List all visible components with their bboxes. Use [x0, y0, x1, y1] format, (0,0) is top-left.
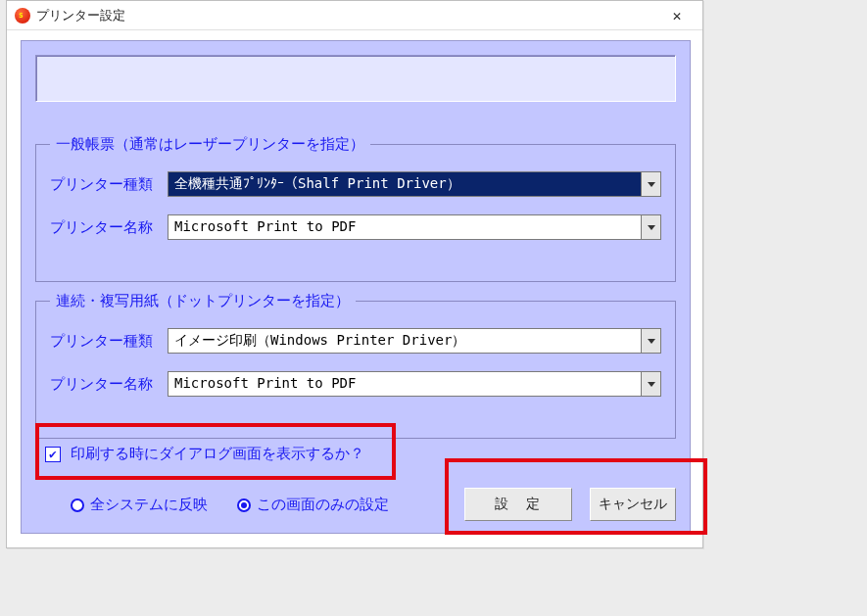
- dropdown-printer-type-2[interactable]: イメージ印刷（Windows Printer Driver）: [168, 328, 661, 354]
- group-continuous-legend: 連続・複写用紙（ドットプリンターを指定）: [50, 292, 356, 310]
- radio-indicator: [71, 498, 84, 512]
- button-label: キャンセル: [599, 496, 667, 513]
- group-continuous-forms: 連続・複写用紙（ドットプリンターを指定） プリンター種類 イメージ印刷（Wind…: [35, 292, 676, 439]
- checkbox-show-dialog[interactable]: ✔: [45, 447, 61, 462]
- dropdown-value: Microsoft Print to PDF: [169, 215, 641, 239]
- radio-indicator: [237, 498, 251, 512]
- row-printer-type-2: プリンター種類 イメージ印刷（Windows Printer Driver）: [50, 328, 661, 354]
- chevron-down-icon[interactable]: [641, 372, 660, 396]
- checkbox-label: 印刷する時にダイアログ画面を表示するか？: [71, 445, 364, 463]
- title-bar: プリンター設定 ✕: [7, 1, 702, 30]
- window-title: プリンター設定: [36, 7, 125, 24]
- label-printer-type-2: プリンター種類: [50, 332, 168, 351]
- label-printer-type-1: プリンター種類: [50, 175, 168, 194]
- check-icon: ✔: [49, 447, 57, 461]
- close-icon: ✕: [672, 7, 681, 24]
- label-printer-name-2: プリンター名称: [50, 375, 168, 394]
- dropdown-value: Microsoft Print to PDF: [169, 372, 641, 396]
- row-printer-name-2: プリンター名称 Microsoft Print to PDF: [50, 371, 661, 397]
- chevron-down-icon[interactable]: [641, 329, 660, 353]
- radio-label-this: この画面のみの設定: [257, 496, 389, 514]
- chevron-down-icon[interactable]: [641, 172, 660, 196]
- label-printer-name-1: プリンター名称: [50, 218, 168, 237]
- app-icon: [15, 8, 30, 24]
- dropdown-value: 全機種共通ﾌﾟﾘﾝﾀｰ（Shalf Print Driver）: [169, 172, 641, 196]
- header-banner: [35, 55, 676, 102]
- radio-this-screen[interactable]: この画面のみの設定: [237, 496, 389, 514]
- row-printer-name-1: プリンター名称 Microsoft Print to PDF: [50, 214, 661, 240]
- cancel-button[interactable]: キャンセル: [590, 488, 676, 521]
- dropdown-printer-name-2[interactable]: Microsoft Print to PDF: [168, 371, 661, 397]
- radio-all-systems[interactable]: 全システムに反映: [71, 496, 208, 514]
- client-area: 一般帳票（通常はレーザープリンターを指定） プリンター種類 全機種共通ﾌﾟﾘﾝﾀ…: [21, 40, 691, 534]
- dropdown-printer-name-1[interactable]: Microsoft Print to PDF: [168, 214, 661, 240]
- radio-label-all: 全システムに反映: [90, 496, 208, 514]
- checkbox-show-dialog-row[interactable]: ✔ 印刷する時にダイアログ画面を表示するか？: [45, 445, 364, 463]
- button-label: 設 定: [495, 496, 542, 513]
- apply-button[interactable]: 設 定: [464, 488, 572, 521]
- close-button[interactable]: ✕: [659, 4, 695, 27]
- chevron-down-icon[interactable]: [641, 215, 660, 239]
- group-general-forms: 一般帳票（通常はレーザープリンターを指定） プリンター種類 全機種共通ﾌﾟﾘﾝﾀ…: [35, 135, 676, 282]
- row-printer-type-1: プリンター種類 全機種共通ﾌﾟﾘﾝﾀｰ（Shalf Print Driver）: [50, 171, 661, 197]
- dropdown-printer-type-1[interactable]: 全機種共通ﾌﾟﾘﾝﾀｰ（Shalf Print Driver）: [168, 171, 661, 197]
- group-general-legend: 一般帳票（通常はレーザープリンターを指定）: [50, 135, 370, 154]
- printer-settings-window: プリンター設定 ✕ 一般帳票（通常はレーザープリンターを指定） プリンター種類 …: [6, 0, 703, 548]
- radio-scope-group: 全システムに反映 この画面のみの設定: [71, 496, 389, 514]
- dropdown-value: イメージ印刷（Windows Printer Driver）: [169, 329, 641, 353]
